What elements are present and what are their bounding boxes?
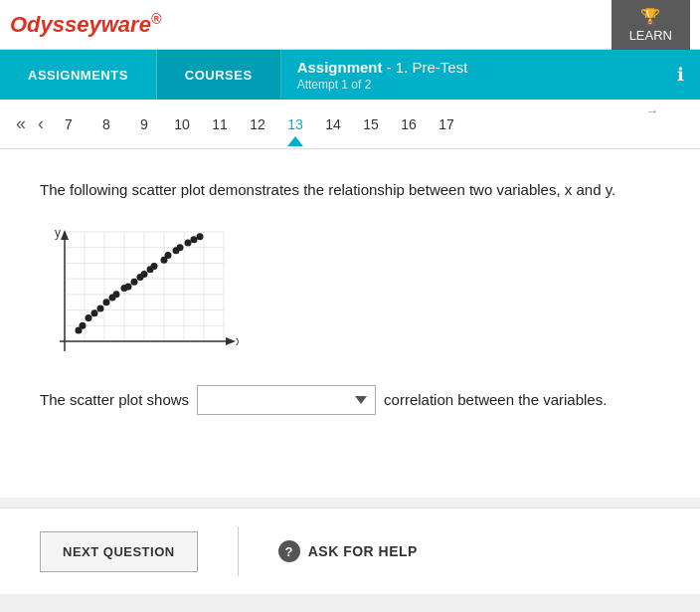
learn-button[interactable]: 🏆 LEARN (612, 0, 690, 50)
logo-text: Odysseyware (10, 12, 151, 37)
info-button[interactable]: ℹ (661, 50, 700, 100)
page-num-13[interactable]: 13 (276, 112, 314, 136)
assignment-info: Assignment - 1. Pre-Test Attempt 1 of 2 (281, 50, 661, 100)
footer-divider (238, 526, 239, 576)
footer-bar: NEXT QUESTION ? ASK FOR HELP (0, 508, 700, 594)
page-num-9[interactable]: 9 (125, 112, 163, 136)
page-num-15[interactable]: 15 (352, 112, 390, 136)
answer-row: The scatter plot shows positivenegativen… (40, 385, 660, 415)
logo: Odysseyware® (10, 11, 161, 38)
scatter-plot-container (40, 222, 660, 361)
correlation-dropdown[interactable]: positivenegativenostrong positivestrong … (197, 385, 376, 415)
page-num-10[interactable]: 10 (163, 112, 201, 136)
page-num-16[interactable]: 16 (390, 112, 428, 136)
assignment-title: Assignment - 1. Pre-Test (297, 59, 645, 76)
header: Odysseyware® 🏆 LEARN (0, 0, 700, 50)
ask-help-button[interactable]: ? ASK FOR HELP (278, 540, 418, 562)
info-icon: ℹ (677, 64, 684, 86)
page-num-14[interactable]: 14 (314, 112, 352, 136)
page-num-8[interactable]: 8 (88, 112, 125, 136)
learn-label: LEARN (629, 28, 672, 43)
courses-nav-item[interactable]: COURSES (157, 50, 281, 100)
page-num-7[interactable]: 7 (50, 112, 88, 136)
pagination-bar: « ‹ 7891011121314151617 → (0, 100, 700, 149)
courses-label: COURSES (185, 68, 253, 83)
next-arrow-indicator: → (645, 103, 658, 118)
prev-page-button[interactable]: ‹ (32, 109, 50, 138)
main-content: The following scatter plot demonstrates … (0, 149, 700, 498)
assignment-subtitle: - 1. Pre-Test (383, 59, 468, 76)
next-question-label: NEXT QUESTION (63, 544, 175, 559)
first-page-button[interactable]: « (10, 109, 32, 138)
assignments-nav-item[interactable]: ASSIGNMENTS (0, 50, 157, 100)
ask-help-label: ASK FOR HELP (308, 543, 418, 559)
page-num-12[interactable]: 12 (239, 112, 276, 136)
question-text: The following scatter plot demonstrates … (40, 179, 660, 202)
trophy-icon: 🏆 (640, 7, 660, 26)
answer-prefix: The scatter plot shows (40, 391, 189, 408)
answer-suffix: correlation between the variables. (384, 391, 607, 408)
page-numbers: 7891011121314151617 (50, 112, 465, 136)
scatter-plot-canvas (40, 222, 239, 361)
attempt-text: Attempt 1 of 2 (297, 78, 645, 92)
assignment-title-bold: Assignment (297, 59, 383, 76)
help-icon-text: ? (284, 544, 292, 559)
assignments-label: ASSIGNMENTS (28, 68, 128, 83)
help-icon: ? (278, 540, 300, 562)
nav-bar: ASSIGNMENTS COURSES Assignment - 1. Pre-… (0, 50, 700, 100)
logo-reg: ® (151, 11, 161, 27)
page-num-17[interactable]: 17 (428, 112, 465, 136)
next-question-button[interactable]: NEXT QUESTION (40, 531, 198, 572)
page-num-11[interactable]: 11 (201, 112, 239, 136)
